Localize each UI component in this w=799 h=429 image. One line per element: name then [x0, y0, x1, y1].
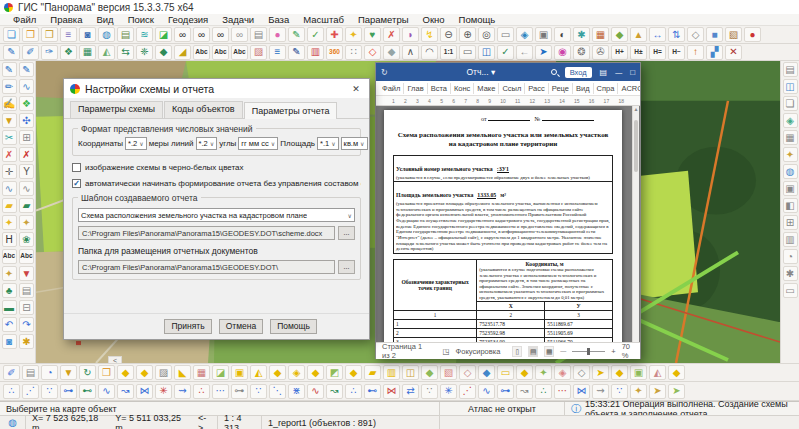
minimize-icon[interactable]: — [615, 69, 622, 76]
toolbar-icon[interactable]: ≡ [60, 27, 77, 42]
scroll-up-icon[interactable]: ▲ [634, 106, 639, 112]
toolbar-icon[interactable]: ⋰ [459, 384, 476, 399]
toolbar-icon[interactable]: ◗ [402, 27, 419, 42]
toolbar-icon[interactable]: ✏ [2, 79, 17, 94]
toolbar-icon[interactable]: ⊶ [497, 384, 514, 399]
toolbar-icon[interactable]: ⊞ [783, 215, 798, 230]
toolbar-icon[interactable]: ∴ [535, 384, 552, 399]
toolbar-icon[interactable]: ✦ [535, 365, 552, 380]
toolbar-icon[interactable]: H− [668, 45, 685, 60]
read-mode-icon[interactable]: ▯ [512, 346, 522, 357]
document-page[interactable]: от № Схема расположения земельного участ… [384, 110, 622, 342]
report-template-select[interactable]: Схема расположения земельного участка на… [78, 208, 355, 222]
toolbar-icon[interactable]: 1:1 [440, 45, 457, 60]
toolbar-icon[interactable]: ✦ [345, 27, 362, 42]
toolbar-icon[interactable]: ✎ [3, 45, 20, 60]
ribbon-tab[interactable]: Реце [549, 83, 573, 94]
menu-item[interactable]: Параметры [351, 14, 416, 25]
toolbar-icon[interactable]: ✇ [592, 45, 609, 60]
menu-item[interactable]: Файл [6, 14, 43, 25]
menu-item[interactable]: Помощь [452, 14, 503, 25]
bw-scheme-checkbox[interactable] [72, 163, 81, 172]
toolbar-icon[interactable]: ▤ [19, 283, 34, 298]
ribbon-tab[interactable]: Вид [573, 83, 594, 94]
toolbar-icon[interactable]: ∞ [174, 27, 191, 42]
toolbar-icon[interactable]: ▣ [783, 181, 798, 196]
toolbar-icon[interactable]: ≋ [136, 27, 153, 42]
area-format-select[interactable]: *.1∨ [317, 137, 339, 150]
toolbar-icon[interactable]: ⊟ [19, 300, 34, 315]
toolbar-icon[interactable]: ⋈ [136, 384, 153, 399]
focus-mode[interactable]: Фокусировка [456, 347, 501, 356]
folder-browse-button[interactable]: ... [338, 260, 355, 274]
toolbar-icon[interactable]: ◈ [516, 27, 533, 42]
toolbar-icon[interactable]: ↯ [421, 27, 438, 42]
coords-format-select[interactable]: *.2∨ [125, 137, 147, 150]
toolbar-icon[interactable]: ▥ [307, 45, 324, 60]
toolbar-icon[interactable]: ∿ [478, 384, 495, 399]
toolbar-icon[interactable]: ⋈ [573, 384, 590, 399]
toolbar-icon[interactable]: ❖ [60, 45, 77, 60]
toolbar-icon[interactable]: ➤ [535, 45, 552, 60]
ribbon-tab[interactable]: ACRO [618, 83, 640, 94]
toolbar-icon[interactable]: ✦ [2, 266, 17, 281]
toolbar-icon[interactable]: ↶ [2, 317, 17, 332]
toolbar-icon[interactable]: ▤ [250, 27, 267, 42]
toolbar-icon[interactable]: ⊞ [19, 130, 34, 145]
toolbar-icon[interactable]: ◩ [326, 365, 343, 380]
toolbar-icon[interactable]: ▦ [592, 27, 609, 42]
toolbar-icon[interactable]: ∵ [250, 384, 267, 399]
toolbar-icon[interactable]: ◭ [98, 45, 115, 60]
toolbar-icon[interactable]: ∿ [19, 79, 34, 94]
toolbar-icon[interactable]: ❒ [41, 27, 58, 42]
toolbar-icon[interactable]: ▼ [2, 113, 17, 128]
toolbar-icon[interactable]: ∵ [421, 384, 438, 399]
zoom-out-icon[interactable]: — [560, 348, 566, 354]
toolbar-icon[interactable]: ❈ [136, 45, 153, 60]
toolbar-icon[interactable]: ✦ [19, 215, 34, 230]
toolbar-icon[interactable]: ❏ [3, 27, 20, 42]
toolbar-icon[interactable]: ∴ [193, 384, 210, 399]
toolbar-icon[interactable]: ∷ [345, 45, 362, 60]
toolbar-icon[interactable]: H± [630, 45, 647, 60]
toolbar-icon[interactable]: ✐ [3, 365, 20, 380]
toolbar-icon[interactable]: ◆ [421, 365, 438, 380]
toolbar-icon[interactable]: ∴ [345, 384, 362, 399]
toolbar-icon[interactable]: ∿ [19, 181, 34, 196]
toolbar-icon[interactable]: ✳ [155, 384, 172, 399]
toolbar-icon[interactable]: ▨ [250, 45, 267, 60]
toolbar-icon[interactable]: ◆ [383, 45, 400, 60]
scrollbar-thumb[interactable] [634, 120, 638, 172]
toolbar-icon[interactable]: ✦ [630, 384, 647, 399]
toolbar-icon[interactable]: Abc [193, 45, 210, 60]
dialog-button[interactable]: Принять [164, 319, 211, 334]
toolbar-icon[interactable]: ◉ [554, 45, 571, 60]
toolbar-icon[interactable]: ✐ [22, 45, 39, 60]
toolbar-icon[interactable]: ∵ [611, 384, 628, 399]
toolbar-icon[interactable]: ✎ [2, 62, 17, 77]
toolbar-icon[interactable]: ▣ [535, 27, 552, 42]
toolbar-icon[interactable]: ✗ [383, 27, 400, 42]
toolbar-icon[interactable]: ♣ [2, 283, 17, 298]
area-unit-select[interactable]: кв.м∨ [341, 137, 368, 150]
toolbar-icon[interactable]: ◈ [783, 113, 798, 128]
toolbar-icon[interactable]: ✓ [497, 45, 514, 60]
toolbar-icon[interactable]: ▦ [79, 45, 96, 60]
word-titlebar[interactable]: ↻ Отч... ▾ Вход ▤ — □ [376, 63, 640, 81]
toolbar-icon[interactable]: ⊶ [60, 384, 77, 399]
zoom-level[interactable]: 70 % [622, 342, 634, 360]
toolbar-icon[interactable]: ❂ [573, 45, 590, 60]
autosave-icon[interactable]: ↻ [381, 68, 411, 77]
toolbar-icon[interactable]: ◔ [41, 365, 58, 380]
toolbar-icon[interactable]: ▣ [231, 365, 248, 380]
toolbar-icon[interactable]: ◆ [136, 365, 153, 380]
ribbon-tab[interactable]: Расс [525, 83, 548, 94]
toolbar-icon[interactable]: ⇝ [592, 384, 609, 399]
toolbar-icon[interactable]: ◇ [364, 45, 381, 60]
dialog-tab[interactable]: Коды объектов [164, 101, 243, 118]
toolbar-icon[interactable]: ✱ [573, 27, 590, 42]
toolbar-icon[interactable]: ✎ [288, 45, 305, 60]
toolbar-icon[interactable]: ▰ [19, 198, 34, 213]
toolbar-icon[interactable]: ∿ [2, 181, 17, 196]
toolbar-icon[interactable]: ⇄ [402, 384, 419, 399]
